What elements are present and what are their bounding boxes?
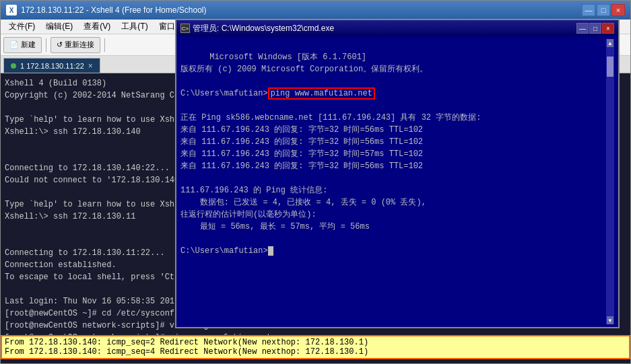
cmd-reply-2: 来自 111.67.196.243 的回复: 字节=32 时间=56ms TTL… xyxy=(180,137,423,147)
new-icon: 📄 xyxy=(9,40,19,49)
menu-file[interactable]: 文件(F) xyxy=(3,20,40,34)
maximize-button[interactable]: □ xyxy=(597,4,610,16)
cmd-reply-1: 来自 111.67.196.243 的回复: 字节=32 时间=56ms TTL… xyxy=(180,125,423,135)
xshell-title: 172.18.130.11:22 - Xshell 4 (Free for Ho… xyxy=(21,5,206,15)
cmd-stats-header: 111.67.196.243 的 Ping 统计信息: xyxy=(180,186,327,195)
cmd-line-1: Microsoft Windows [版本 6.1.7601] xyxy=(209,52,366,62)
menu-view[interactable]: 查看(V) xyxy=(78,20,116,34)
new-session-button[interactable]: 📄 新建 xyxy=(3,37,42,53)
cmd-titlebar-left: C> 管理员: C:\Windows\system32\cmd.exe xyxy=(180,23,334,34)
cmd-maximize-button[interactable]: □ xyxy=(589,23,601,34)
reconnect-icon: ↺ xyxy=(57,40,63,49)
cmd-window-controls: — □ × xyxy=(576,23,614,34)
redirect-line-1: From 172.18.130.140: icmp_seq=2 Redirect… xyxy=(5,338,626,347)
cmd-stats-packets: 数据包: 已发送 = 4, 已接收 = 4, 丢失 = 0 (0% 丢失), xyxy=(180,198,426,207)
tab-label: 1 172.18.130.11:22 xyxy=(20,62,84,70)
redirect-line-2: From 172.18.130.140: icmp_seq=4 Redirect… xyxy=(5,347,626,357)
xshell-window-controls: — □ × xyxy=(582,4,625,16)
cmd-ping-status: 正在 Ping sk586.webcname.net [111.67.196.2… xyxy=(180,113,481,122)
tab-status-dot xyxy=(11,63,16,69)
tab-close-button[interactable]: × xyxy=(88,61,93,71)
cmd-title: 管理员: C:\Windows\system32\cmd.exe xyxy=(193,23,334,34)
reconnect-button[interactable]: ↺ 重新连接 xyxy=(51,37,100,53)
cmd-close-button[interactable]: × xyxy=(602,23,614,34)
tab-session[interactable]: 1 172.18.130.11:22 × xyxy=(3,58,100,73)
ping-command-highlight: ping www.mafutian.net xyxy=(268,87,375,100)
cmd-body[interactable]: Microsoft Windows [版本 6.1.7601] 版权所有 (c)… xyxy=(176,36,618,327)
menu-tools[interactable]: 工具(T) xyxy=(116,20,153,34)
cmd-window: C> 管理员: C:\Windows\system32\cmd.exe — □ … xyxy=(175,19,620,328)
close-button[interactable]: × xyxy=(611,4,625,16)
minimize-button[interactable]: — xyxy=(582,4,595,16)
xshell-titlebar: X 172.18.130.11:22 - Xshell 4 (Free for … xyxy=(1,1,630,20)
cmd-reply-4: 来自 111.67.196.243 的回复: 字节=32 时间=56ms TTL… xyxy=(180,161,423,171)
cmd-minimize-button[interactable]: — xyxy=(576,23,589,34)
scroll-up-button[interactable]: ▲ xyxy=(607,39,613,47)
cmd-cursor xyxy=(268,246,273,256)
cmd-scrollbar[interactable]: ▲ ▼ xyxy=(606,39,614,324)
toolbar-sep-2 xyxy=(104,38,105,52)
cmd-rtt-header: 往返行程的估计时间(以毫秒为单位): xyxy=(180,210,317,219)
cmd-output: Microsoft Windows [版本 6.1.7601] 版权所有 (c)… xyxy=(180,39,606,324)
cmd-prompt-1: C:\Users\mafutian> xyxy=(180,89,268,98)
cmd-line-2: 版权所有 (c) 2009 Microsoft Corporation。保留所有… xyxy=(180,65,428,74)
menu-edit[interactable]: 编辑(E) xyxy=(40,20,78,34)
cmd-titlebar: C> 管理员: C:\Windows\system32\cmd.exe — □ … xyxy=(176,20,618,36)
cmd-icon: C> xyxy=(180,24,190,33)
cmd-prompt-2: C:\Users\mafutian> xyxy=(180,246,268,256)
xshell-titlebar-left: X 172.18.130.11:22 - Xshell 4 (Free for … xyxy=(6,5,206,15)
cmd-rtt-values: 最短 = 56ms, 最长 = 57ms, 平均 = 56ms xyxy=(180,222,370,231)
toolbar-sep-1 xyxy=(46,38,46,52)
cmd-reply-3: 来自 111.67.196.243 的回复: 字节=32 时间=57ms TTL… xyxy=(180,149,423,159)
scroll-thumb[interactable] xyxy=(607,57,613,77)
scroll-down-button[interactable]: ▼ xyxy=(607,316,613,324)
xshell-icon: X xyxy=(6,5,17,15)
redirect-highlight-box: From 172.18.130.140: icmp_seq=2 Redirect… xyxy=(1,335,630,359)
